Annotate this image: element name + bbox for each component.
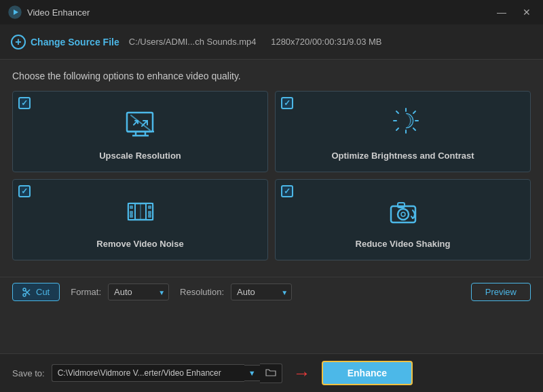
source-info: C:/Users/ADMI...ch Sounds.mp4 1280x720/0… [129,37,394,47]
section-label: Choose the following options to enhance … [12,71,531,81]
svg-rect-32 [148,214,151,218]
main-content: Choose the following options to enhance … [0,60,543,277]
svg-line-23 [396,111,398,113]
minimize-button[interactable]: — [493,5,510,19]
svg-line-17 [413,111,415,113]
folder-icon [265,368,276,377]
shaking-label: Reduce Video Shaking [356,239,451,249]
format-select[interactable]: Auto MP4 AVI MOV MKV [108,283,169,300]
title-bar: Video Enhancer — ✕ [0,0,543,24]
save-path-input[interactable] [52,364,244,382]
close-button[interactable]: ✕ [519,5,535,19]
svg-rect-29 [130,214,133,218]
save-path-dropdown-button[interactable]: ▼ [244,365,260,381]
svg-rect-31 [148,211,151,214]
shaking-icon [386,194,421,232]
brightness-card: Optimize Brightness and Contrast [275,91,531,172]
plus-icon: + [11,35,26,50]
shaking-checkbox[interactable] [281,185,293,197]
cut-label: Cut [36,287,50,297]
svg-line-21 [396,128,398,130]
svg-point-35 [398,209,409,220]
upscale-checkbox[interactable] [18,97,31,109]
noise-icon [123,194,158,232]
cut-button[interactable]: Cut [12,283,60,301]
source-bar: + Change Source File C:/Users/ADMI...ch … [0,24,543,60]
enhance-button[interactable]: Enhance [322,361,413,385]
window-controls: — ✕ [493,5,535,19]
file-path: C:/Users/ADMI...ch Sounds.mp4 [129,37,257,47]
app-icon [8,5,22,19]
resolution-select-wrapper: Auto 1080p 720p 480p 360p ▼ [231,283,292,300]
change-source-label: Change Source File [31,37,119,47]
svg-rect-27 [130,205,133,209]
svg-line-19 [413,128,415,130]
noise-checkbox[interactable] [18,185,31,197]
resolution-label: Resolution: [180,287,224,297]
format-label: Format: [71,287,101,297]
enhance-arrow-indicator: → [293,363,311,384]
scissors-icon [22,288,32,297]
brightness-icon [386,106,421,144]
save-path-wrapper: ▼ [52,364,282,383]
shaking-card: Reduce Video Shaking [275,179,531,260]
file-info: 1280x720/00:00:31/9.03 MB [271,37,381,47]
brightness-checkbox[interactable] [281,97,293,109]
app-title: Video Enhancer [27,7,493,18]
toolbar: Cut Format: Auto MP4 AVI MOV MKV ▼ Resol… [0,277,543,307]
upscale-card: Upscale Resolution [12,91,268,172]
noise-label: Remove Video Noise [96,239,183,249]
enhance-grid: Upscale Resolution [12,91,531,260]
save-bar: Save to: ▼ → Enhance [0,353,543,392]
svg-point-39 [23,294,26,296]
change-source-button[interactable]: + Change Source File [11,35,119,50]
preview-button[interactable]: Preview [471,283,531,301]
svg-point-38 [23,288,26,291]
resolution-select[interactable]: Auto 1080p 720p 480p 360p [231,283,292,300]
svg-point-36 [401,212,405,216]
save-label: Save to: [12,368,45,378]
upscale-label: Upscale Resolution [99,151,181,161]
format-select-wrapper: Auto MP4 AVI MOV MKV ▼ [108,283,169,300]
svg-rect-28 [130,211,133,214]
noise-card: Remove Video Noise [12,179,268,260]
brightness-label: Optimize Brightness and Contrast [331,151,474,161]
svg-rect-30 [148,205,151,209]
upscale-icon [123,106,158,144]
open-folder-button[interactable] [260,364,282,383]
